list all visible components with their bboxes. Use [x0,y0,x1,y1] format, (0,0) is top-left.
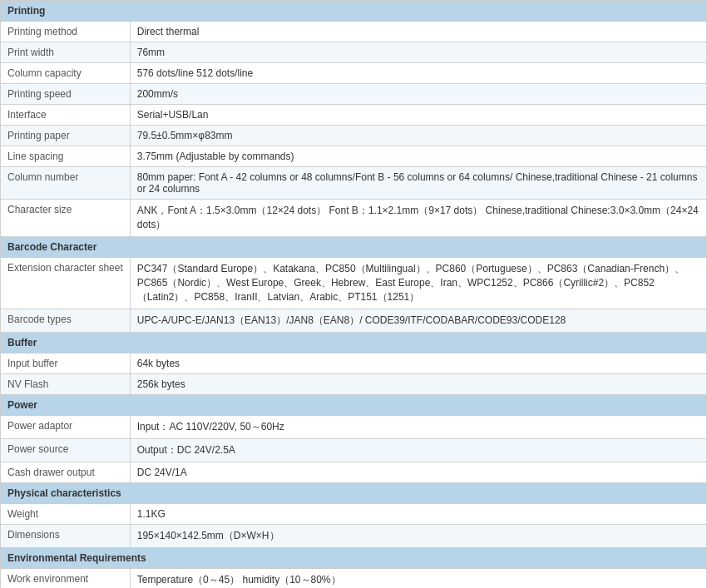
table-row: Line spacing3.75mm (Adjustable by comman… [1,146,707,167]
section-header-label: Printing [1,1,707,22]
row-value: 195×140×142.5mm（D×W×H） [130,525,706,548]
row-label: NV Flash [1,374,131,395]
spec-table: PrintingPrinting methodDirect thermalPri… [0,0,707,588]
row-label: Character size [1,200,131,237]
row-value: 64k bytes [130,353,706,374]
row-value: 3.75mm (Adjustable by commands) [130,146,706,167]
section-header-label: Power [1,395,707,416]
section-header: Printing [1,1,707,22]
row-label: Printing paper [1,126,131,146]
row-value: 76mm [130,42,706,63]
row-label: Column number [1,167,131,200]
table-row: Cash drawer outputDC 24V/1A [1,462,707,483]
table-row: Printing methodDirect thermal [1,22,707,42]
table-row: Barcode typesUPC-A/UPC-E/JAN13（EAN13）/JA… [1,309,707,333]
section-header: Buffer [1,333,707,353]
row-label: Input buffer [1,353,131,374]
row-value: Input：AC 110V/220V, 50～60Hz [130,416,706,439]
row-value: 80mm paper: Font A - 42 columns or 48 co… [130,167,706,200]
row-value: PC347（Standard Europe）、Katakana、PC850（Mu… [130,258,706,309]
row-value: 1.1KG [130,504,706,525]
section-header: Power [1,395,707,416]
row-label: Print width [1,42,131,63]
row-label: Printing method [1,22,131,42]
section-header: Barcode Character [1,237,707,258]
table-row: Work environmentTemperature（0～45） humidi… [1,569,707,589]
table-row: Print width76mm [1,42,707,63]
table-row: Character sizeANK，Font A：1.5×3.0mm（12×24… [1,200,707,237]
section-header-label: Buffer [1,333,707,353]
row-label: Work environment [1,569,131,589]
row-label: Weight [1,504,131,525]
row-label: Column capacity [1,63,131,84]
section-header: Environmental Requirements [1,548,707,569]
row-value: 576 dots/line 512 dots/line [130,63,706,84]
row-value: Output：DC 24V/2.5A [130,439,706,462]
table-row: Power adaptorInput：AC 110V/220V, 50～60Hz [1,416,707,439]
row-value: UPC-A/UPC-E/JAN13（EAN13）/JAN8（EAN8）/ COD… [130,309,706,333]
table-row: NV Flash256k bytes [1,374,707,395]
table-row: Extension character sheetPC347（Standard … [1,258,707,309]
row-value: Direct thermal [130,22,706,42]
row-value: 256k bytes [130,374,706,395]
row-label: Barcode types [1,309,131,333]
table-row: Column number80mm paper: Font A - 42 col… [1,167,707,200]
table-row: Weight1.1KG [1,504,707,525]
row-value: 200mm/s [130,84,706,105]
row-value: Temperature（0～45） humidity（10～80%） [130,569,706,589]
row-label: Cash drawer output [1,462,131,483]
section-header-label: Barcode Character [1,237,707,258]
row-label: Extension character sheet [1,258,131,309]
row-value: DC 24V/1A [130,462,706,483]
section-header-label: Environmental Requirements [1,548,707,569]
row-value: ANK，Font A：1.5×3.0mm（12×24 dots） Font B：… [130,200,706,237]
table-row: Input buffer64k bytes [1,353,707,374]
row-label: Power adaptor [1,416,131,439]
table-row: InterfaceSerial+USB/Lan [1,105,707,126]
row-label: Interface [1,105,131,126]
row-label: Power source [1,439,131,462]
row-label: Dimensions [1,525,131,548]
table-row: Power sourceOutput：DC 24V/2.5A [1,439,707,462]
section-header: Physical characteristics [1,483,707,504]
table-row: Column capacity576 dots/line 512 dots/li… [1,63,707,84]
section-header-label: Physical characteristics [1,483,707,504]
table-row: Printing speed200mm/s [1,84,707,105]
table-row: Dimensions195×140×142.5mm（D×W×H） [1,525,707,548]
row-label: Line spacing [1,146,131,167]
row-value: Serial+USB/Lan [130,105,706,126]
row-value: 79.5±0.5mm×φ83mm [130,126,706,146]
row-label: Printing speed [1,84,131,105]
table-row: Printing paper79.5±0.5mm×φ83mm [1,126,707,146]
